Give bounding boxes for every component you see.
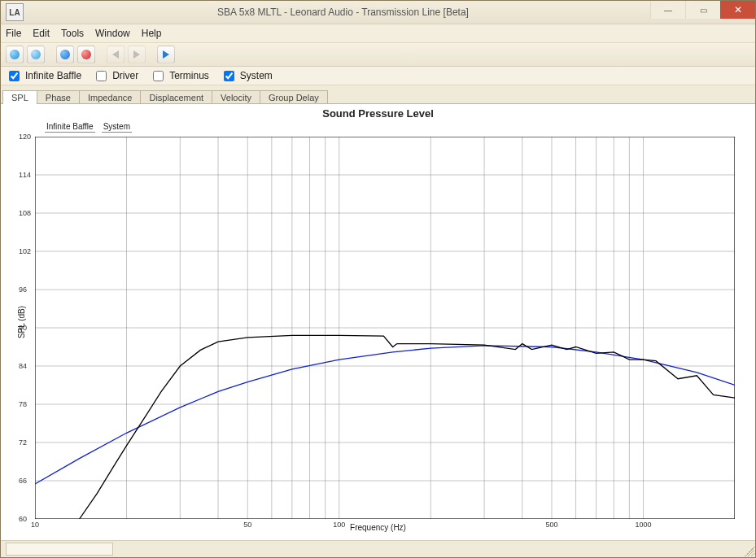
- circle-blue-icon: [60, 50, 70, 59]
- window-controls: — ▭ ✕: [650, 1, 755, 19]
- plot-svg: [35, 137, 735, 519]
- statusbar: [1, 540, 755, 557]
- status-pane: [6, 543, 113, 556]
- toolbar-record-red-button[interactable]: [77, 46, 95, 63]
- step-forward-icon: [133, 50, 140, 59]
- plot-title: Sound Pressure Level: [1, 104, 755, 120]
- toolbar-open-button[interactable]: [27, 46, 45, 63]
- menu-tools[interactable]: Tools: [61, 28, 84, 39]
- y-tick-label: 120: [19, 133, 31, 141]
- maximize-button[interactable]: ▭: [685, 1, 720, 19]
- check-driver[interactable]: Driver: [93, 68, 138, 84]
- x-tick-label: 10: [31, 521, 39, 529]
- minimize-button[interactable]: —: [650, 1, 685, 19]
- resize-grip-icon[interactable]: [745, 547, 754, 556]
- tab-strip: SPL Phase Impedance Displacement Velocit…: [1, 85, 755, 103]
- tab-spl[interactable]: SPL: [2, 90, 37, 104]
- check-driver-box[interactable]: [96, 71, 107, 81]
- titlebar: LA SBA 5x8 MLTL - Leonard Audio - Transm…: [1, 1, 755, 24]
- y-tick-label: 84: [19, 362, 27, 370]
- y-tick-label: 90: [19, 324, 27, 332]
- toolbar-record-blue-button[interactable]: [56, 46, 74, 63]
- y-tick-label: 72: [19, 438, 27, 447]
- menu-help[interactable]: Help: [142, 28, 162, 39]
- check-infinite-baffle-label: Infinite Baffle: [25, 70, 81, 81]
- toolbar-step-forward-button[interactable]: [128, 46, 146, 63]
- check-terminus[interactable]: Terminus: [150, 68, 209, 84]
- legend-system[interactable]: System: [102, 122, 132, 133]
- play-icon: [163, 50, 169, 59]
- series-toggle-row: Infinite Baffle Driver Terminus System: [1, 67, 755, 85]
- check-system-label: System: [240, 70, 273, 81]
- window-title: SBA 5x8 MLTL - Leonard Audio - Transmiss…: [28, 7, 755, 18]
- app-icon: LA: [6, 3, 24, 21]
- x-tick-label: 50: [243, 521, 251, 529]
- legend-infinite-baffle[interactable]: Infinite Baffle: [45, 122, 95, 133]
- check-terminus-label: Terminus: [169, 70, 209, 81]
- tab-displacement[interactable]: Displacement: [140, 90, 212, 104]
- toolbar-step-back-button[interactable]: [107, 46, 125, 63]
- check-system-box[interactable]: [224, 71, 234, 81]
- tab-group-delay[interactable]: Group Delay: [260, 90, 328, 104]
- open-icon: [31, 50, 41, 59]
- menu-edit[interactable]: Edit: [33, 28, 50, 39]
- circle-red-icon: [81, 50, 91, 59]
- sparkle-icon: [10, 50, 20, 59]
- toolbar-play-button[interactable]: [157, 46, 175, 63]
- step-back-icon: [112, 50, 119, 59]
- tab-velocity[interactable]: Velocity: [212, 90, 260, 104]
- close-button[interactable]: ✕: [720, 1, 755, 19]
- toolbar-new-button[interactable]: [6, 46, 24, 63]
- x-tick-label: 100: [333, 521, 345, 529]
- y-tick-label: 102: [19, 247, 31, 255]
- plot-legend: Infinite Baffle System: [45, 122, 132, 133]
- menu-file[interactable]: File: [6, 28, 21, 39]
- y-tick-label: 96: [19, 286, 27, 294]
- toolbar: [1, 43, 755, 67]
- y-tick-label: 78: [19, 400, 27, 408]
- tab-impedance[interactable]: Impedance: [79, 90, 141, 104]
- menubar: File Edit Tools Window Help: [1, 24, 755, 43]
- check-driver-label: Driver: [112, 70, 138, 81]
- plot-area: Sound Pressure Level Infinite Baffle Sys…: [1, 103, 755, 540]
- y-tick-label: 60: [19, 515, 27, 523]
- app-window: LA SBA 5x8 MLTL - Leonard Audio - Transm…: [0, 0, 756, 558]
- y-tick-label: 114: [19, 171, 31, 179]
- y-axis-label: SPL (dB): [17, 306, 26, 338]
- tab-phase[interactable]: Phase: [37, 90, 80, 104]
- y-tick-label: 108: [19, 209, 31, 217]
- x-tick-label: 1000: [635, 521, 651, 529]
- check-infinite-baffle-box[interactable]: [9, 71, 20, 81]
- check-terminus-box[interactable]: [153, 71, 164, 81]
- y-tick-label: 66: [19, 477, 27, 485]
- check-system[interactable]: System: [221, 68, 273, 84]
- check-infinite-baffle[interactable]: Infinite Baffle: [6, 68, 81, 84]
- x-tick-label: 500: [545, 521, 557, 529]
- menu-window[interactable]: Window: [95, 28, 130, 39]
- x-axis-label: Frequency (Hz): [350, 523, 406, 532]
